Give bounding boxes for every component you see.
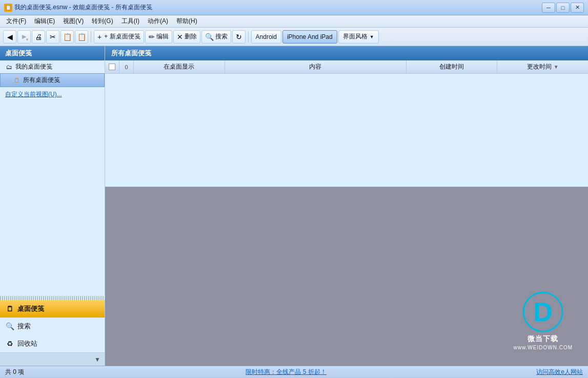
statusbar: 共 0 项 限时特惠：全线产品 5 折起！ 访问高效e人网站: [0, 366, 588, 378]
titlebar-title: 我的桌面便笺.esnw - 效能桌面便笺 - 所有桌面便笺: [14, 3, 152, 12]
menu-goto[interactable]: 转到(G): [88, 16, 117, 27]
sidebar-spacer: [0, 102, 105, 296]
android-label: Android: [256, 33, 277, 40]
search-bottom-icon: 🔍: [5, 322, 14, 331]
iphone-button[interactable]: iPhone And iPad: [282, 30, 337, 44]
brand-website: www.WEIDOWN.COM: [513, 345, 573, 350]
toolbar-cut-button[interactable]: ✂: [46, 30, 59, 44]
menu-action[interactable]: 动作(A): [144, 16, 172, 27]
sidebar-my-notes-label: 我的桌面便笺: [15, 62, 52, 71]
main-layout: 桌面便笺 🗂 我的桌面便笺 🗒 所有桌面便笺 自定义当前视图(U)... 🗒 桌…: [0, 46, 588, 366]
new-note-button[interactable]: + + 新桌面便笺: [94, 30, 144, 44]
minimize-button[interactable]: ─: [542, 3, 555, 13]
sidebar-item-my-notes[interactable]: 🗂 我的桌面便笺: [0, 60, 105, 73]
folder-icon: 🗂: [5, 63, 13, 71]
toolbar-separator-1: [91, 31, 91, 43]
th-display-label: 在桌面显示: [164, 62, 194, 71]
notes-bottom-icon: 🗒: [5, 304, 14, 313]
trash-bottom-icon: ♻: [5, 339, 14, 348]
table-area: 0 在桌面显示 内容 创建时间 更改时间 ▼: [105, 60, 588, 187]
titlebar: 📋 我的桌面便笺.esnw - 效能桌面便笺 - 所有桌面便笺 ─ □ ✕: [0, 0, 588, 15]
statusbar-site-link[interactable]: 访问高效e人网站: [536, 368, 583, 376]
sidebar-all-notes-label: 所有桌面便笺: [23, 76, 60, 85]
th-modified-label: 更改时间: [527, 62, 552, 71]
sidebar-bottom-trash[interactable]: ♻ 回收站: [0, 335, 105, 352]
menu-view[interactable]: 视图(V): [59, 16, 88, 27]
table-body: [105, 74, 588, 186]
toolbar-separator-2: [248, 31, 249, 43]
sidebar-header: 桌面便笺: [0, 46, 105, 60]
sidebar-bottom: 🗒 桌面便笺 🔍 搜索 ♻ 回收站 ▼: [0, 300, 105, 366]
sidebar-resize-handle[interactable]: [0, 296, 105, 300]
th-num-label: 0: [125, 64, 128, 70]
sidebar: 桌面便笺 🗂 我的桌面便笺 🗒 所有桌面便笺 自定义当前视图(U)... 🗒 桌…: [0, 46, 105, 366]
statusbar-promo-link[interactable]: 限时特惠：全线产品 5 折起！: [36, 368, 536, 376]
th-num: 0: [119, 60, 134, 73]
iphone-label: iPhone And iPad: [287, 33, 333, 40]
delete-label: 删除: [185, 32, 197, 41]
toolbar-copy-button[interactable]: 📋: [60, 30, 74, 44]
th-checkbox[interactable]: [105, 60, 119, 73]
search-button[interactable]: 🔍 搜索: [201, 30, 231, 44]
menu-file[interactable]: 文件(F): [2, 16, 30, 27]
watermark: D 微当下载 www.WEIDOWN.COM: [513, 291, 573, 350]
th-display[interactable]: 在桌面显示: [134, 60, 225, 73]
edit-label: 编辑: [156, 32, 169, 41]
style-button[interactable]: 界面风格 ▼: [338, 30, 379, 44]
th-modified[interactable]: 更改时间 ▼: [497, 60, 588, 73]
th-created[interactable]: 创建时间: [407, 60, 498, 73]
toolbar-forward-button[interactable]: ▶ ▼: [17, 30, 31, 44]
titlebar-controls: ─ □ ✕: [542, 3, 584, 13]
close-button[interactable]: ✕: [571, 3, 584, 13]
toolbar-back-button[interactable]: ◀: [3, 30, 16, 44]
menubar: 文件(F) 编辑(E) 视图(V) 转到(G) 工具(I) 动作(A) 帮助(H…: [0, 15, 588, 28]
toolbar: ◀ ▶ ▼ 🖨 ✂ 📋 📋 + + 新桌面便笺 ✏ 编辑 ✕ 删除 🔍 搜索 ↻…: [0, 28, 588, 46]
th-content[interactable]: 内容: [225, 60, 407, 73]
sort-arrow-icon: ▼: [554, 64, 559, 70]
statusbar-count: 共 0 项: [5, 368, 36, 376]
table-header: 0 在桌面显示 内容 创建时间 更改时间 ▼: [105, 60, 588, 74]
sidebar-customize-link[interactable]: 自定义当前视图(U)...: [0, 87, 105, 102]
refresh-button[interactable]: ↻: [232, 30, 246, 44]
search-icon: 🔍: [205, 33, 214, 41]
sidebar-bottom-search-label: 搜索: [17, 322, 31, 331]
th-content-label: 内容: [309, 62, 321, 71]
new-note-label: + 新桌面便笺: [104, 32, 140, 41]
delete-icon: ✕: [177, 33, 183, 41]
toolbar-paste-button[interactable]: 📋: [75, 30, 88, 44]
menu-edit[interactable]: 编辑(E): [30, 16, 59, 27]
sidebar-item-all-notes[interactable]: 🗒 所有桌面便笺: [0, 73, 105, 87]
edit-button[interactable]: ✏ 编辑: [145, 30, 172, 44]
sidebar-bottom-notes[interactable]: 🗒 桌面便笺: [0, 300, 105, 318]
th-created-label: 创建时间: [439, 62, 464, 71]
titlebar-left: 📋 我的桌面便笺.esnw - 效能桌面便笺 - 所有桌面便笺: [4, 3, 152, 12]
restore-button[interactable]: □: [556, 3, 570, 13]
svg-text:D: D: [533, 297, 553, 327]
delete-button[interactable]: ✕ 删除: [173, 30, 200, 44]
menu-tools[interactable]: 工具(I): [117, 16, 144, 27]
app-icon: 📋: [4, 4, 12, 12]
sidebar-bottom-trash-label: 回收站: [17, 339, 37, 348]
sidebar-bottom-notes-label: 桌面便笺: [17, 304, 44, 313]
sidebar-collapse-arrow[interactable]: ▼: [94, 356, 100, 363]
brand-logo: D: [522, 291, 563, 332]
header-checkbox[interactable]: [109, 64, 115, 70]
notes-icon: 🗒: [13, 76, 21, 85]
android-button[interactable]: Android: [251, 30, 281, 44]
preview-area: D 微当下载 www.WEIDOWN.COM: [105, 187, 588, 366]
sidebar-bottom-search[interactable]: 🔍 搜索: [0, 318, 105, 335]
search-label: 搜索: [215, 32, 228, 41]
brand-name: 微当下载: [528, 334, 558, 344]
menu-help[interactable]: 帮助(H): [172, 16, 201, 27]
new-note-icon: +: [97, 33, 102, 41]
style-arrow-icon: ▼: [370, 34, 374, 39]
content-header: 所有桌面便笺: [105, 46, 588, 60]
style-label: 界面风格: [343, 32, 368, 41]
edit-icon: ✏: [149, 33, 155, 41]
toolbar-print-button[interactable]: 🖨: [32, 30, 45, 44]
content-area: 所有桌面便笺 0 在桌面显示 内容 创建时间 更改时间 ▼: [105, 46, 588, 366]
